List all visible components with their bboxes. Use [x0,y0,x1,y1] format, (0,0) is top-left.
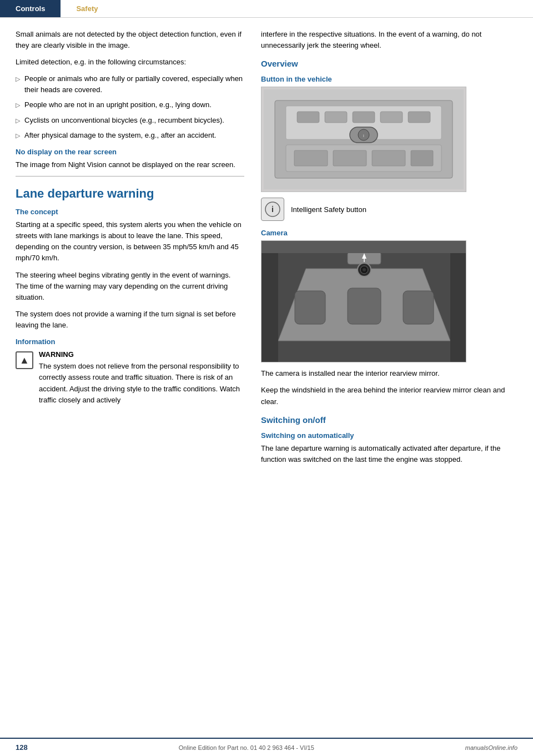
svg-text:i: i [271,205,274,214]
no-display-heading: No display on the rear screen [16,148,244,156]
concept-para-1: Starting at a specific speed, this syste… [16,219,244,264]
tab-safety[interactable]: Safety [61,0,113,17]
right-column: interfere in the respective situations. … [255,29,533,471]
no-display-para: The image from Night Vision cannot be di… [16,159,244,170]
concept-para-2: The steering wheel begins vibrating gent… [16,270,244,303]
svg-rect-15 [411,150,433,166]
switching-auto-heading: Switching on automatically [261,431,522,440]
svg-rect-5 [353,112,375,123]
svg-rect-6 [380,112,403,123]
bullet-text-4: After physical damage to the system, e.g… [24,130,216,141]
footer-logo: manualsOnline.info [465,744,517,751]
overview-heading: Overview [261,59,522,68]
svg-point-26 [363,268,366,271]
svg-text:i: i [363,133,364,138]
camera-heading: Camera [261,229,522,237]
button-in-vehicle-heading: Button in the vehicle [261,75,522,83]
footer-text: Online Edition for Part no. 01 40 2 963 … [179,744,314,751]
bullet-text-3: Cyclists on unconventional bicycles (e.g… [24,115,224,126]
bullet-arrow-icon: ▷ [16,131,20,140]
isb-svg: i [264,201,281,218]
camera-svg [262,241,466,362]
bullet-text-1: People or animals who are fully or parti… [24,73,244,95]
limited-detection-para: Limited detection, e.g. in the following… [16,57,244,68]
camera-para-2: Keep the windshield in the area behind t… [261,385,522,407]
warning-text-block: WARNING The system does not relieve from… [39,350,244,411]
list-item: ▷ People or animals who are fully or par… [16,73,244,95]
header-tabs: Controls Safety [0,0,533,18]
warning-paragraph: The system does not relieve from the per… [39,361,244,406]
isb-label: Intelligent Safety button [291,205,366,214]
concept-heading: The concept [16,208,244,216]
warning-icon: ▲ [16,351,33,369]
vehicle-panel-svg: i [264,89,464,189]
left-column: Small animals are not detected by the ob… [0,29,255,471]
isb-row: i Intelligent Safety button [261,198,522,221]
switching-heading: Switching on/off [261,415,522,425]
footer: 128 Online Edition for Part no. 01 40 2 … [0,738,533,756]
tab-controls[interactable]: Controls [0,0,61,17]
small-animals-para: Small animals are not detected by the ob… [16,29,244,51]
concept-para-3: The system does not provide a warning if… [16,309,244,331]
svg-rect-4 [325,112,347,123]
svg-rect-21 [348,288,381,324]
svg-rect-14 [372,150,405,166]
svg-rect-13 [333,150,366,166]
bullet-list: ▷ People or animals who are fully or par… [16,73,244,141]
bullet-arrow-icon: ▷ [16,100,20,110]
bullet-arrow-icon: ▷ [16,116,20,125]
tab-controls-label: Controls [16,4,45,13]
svg-rect-29 [262,241,466,253]
camera-image [261,240,466,362]
tab-safety-label: Safety [76,4,98,13]
svg-rect-12 [294,150,328,166]
svg-rect-22 [403,291,434,324]
list-item: ▷ People who are not in an upright posit… [16,99,244,110]
main-content: Small animals are not detected by the ob… [0,18,533,493]
warning-label: WARNING [39,350,244,359]
isb-icon: i [261,198,284,221]
lane-departure-heading: Lane departure warning [16,187,244,201]
list-item: ▷ Cyclists on unconventional bicycles (e… [16,115,244,126]
svg-rect-3 [297,112,319,123]
bullet-arrow-icon: ▷ [16,74,20,84]
warning-box: ▲ WARNING The system does not relieve fr… [16,350,244,411]
switching-auto-para: The lane departure warning is automatica… [261,443,522,465]
camera-para-1: The camera is installed near the interio… [261,368,522,379]
svg-rect-20 [295,291,325,324]
page-number: 128 [16,743,28,752]
right-intro-para: interfere in the respective situations. … [261,29,522,51]
list-item: ▷ After physical damage to the system, e… [16,130,244,141]
vehicle-interior-image: i [261,87,466,192]
bullet-text-2: People who are not in an upright positio… [24,99,212,110]
svg-rect-31 [450,253,466,362]
divider [16,176,244,177]
information-heading: Information [16,337,244,346]
svg-rect-30 [262,253,278,362]
svg-rect-7 [408,112,430,123]
